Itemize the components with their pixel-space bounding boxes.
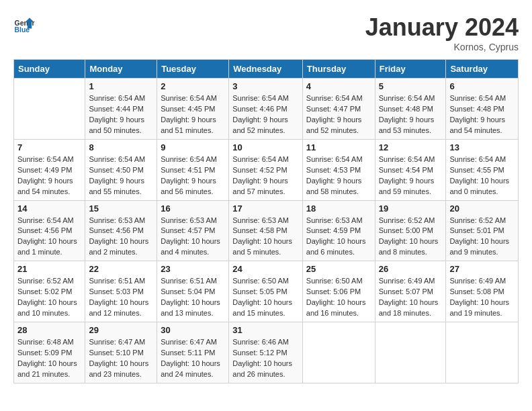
day-info: Sunrise: 6:47 AMSunset: 5:11 PMDaylight:… <box>161 337 225 380</box>
column-header-tuesday: Tuesday <box>157 60 229 79</box>
week-row-3: 14Sunrise: 6:54 AMSunset: 4:56 PMDayligh… <box>14 200 519 261</box>
day-info: Sunrise: 6:54 AMSunset: 4:55 PMDaylight:… <box>449 154 515 197</box>
calendar-cell: 28Sunrise: 6:48 AMSunset: 5:09 PMDayligh… <box>14 322 85 383</box>
calendar-cell: 10Sunrise: 6:54 AMSunset: 4:52 PMDayligh… <box>229 139 303 200</box>
calendar-cell: 3Sunrise: 6:54 AMSunset: 4:46 PMDaylight… <box>229 79 303 140</box>
day-number: 1 <box>89 81 153 91</box>
week-row-1: 1Sunrise: 6:54 AMSunset: 4:44 PMDaylight… <box>14 79 519 140</box>
day-number: 18 <box>306 203 371 214</box>
day-info: Sunrise: 6:54 AMSunset: 4:56 PMDaylight:… <box>17 216 81 259</box>
calendar-cell: 16Sunrise: 6:53 AMSunset: 4:57 PMDayligh… <box>157 200 229 261</box>
column-header-wednesday: Wednesday <box>229 60 303 79</box>
day-number: 11 <box>306 142 371 152</box>
calendar-cell: 29Sunrise: 6:47 AMSunset: 5:10 PMDayligh… <box>85 322 157 383</box>
day-info: Sunrise: 6:52 AMSunset: 5:00 PMDaylight:… <box>379 216 443 259</box>
day-info: Sunrise: 6:54 AMSunset: 4:50 PMDaylight:… <box>89 154 153 197</box>
day-number: 15 <box>89 203 153 214</box>
day-info: Sunrise: 6:54 AMSunset: 4:44 PMDaylight:… <box>89 93 153 136</box>
logo-icon: General Blue <box>13 13 35 35</box>
calendar-title: January 2024 <box>365 13 519 42</box>
calendar-cell <box>375 322 446 383</box>
day-number: 8 <box>89 142 153 152</box>
day-number: 30 <box>161 325 225 335</box>
day-info: Sunrise: 6:49 AMSunset: 5:07 PMDaylight:… <box>379 276 443 319</box>
day-info: Sunrise: 6:51 AMSunset: 5:03 PMDaylight:… <box>89 276 153 319</box>
day-number: 12 <box>379 142 443 152</box>
calendar-cell: 6Sunrise: 6:54 AMSunset: 4:48 PMDaylight… <box>446 79 519 140</box>
day-info: Sunrise: 6:53 AMSunset: 4:58 PMDaylight:… <box>232 216 299 259</box>
page-header: General Blue January 2024 Kornos, Cyprus <box>13 13 519 52</box>
day-info: Sunrise: 6:54 AMSunset: 4:53 PMDaylight:… <box>306 154 371 197</box>
column-header-monday: Monday <box>85 60 157 79</box>
calendar-body: 1Sunrise: 6:54 AMSunset: 4:44 PMDaylight… <box>14 79 519 383</box>
day-number: 23 <box>161 264 225 274</box>
calendar-cell: 22Sunrise: 6:51 AMSunset: 5:03 PMDayligh… <box>85 261 157 322</box>
calendar-cell <box>446 322 519 383</box>
day-info: Sunrise: 6:54 AMSunset: 4:49 PMDaylight:… <box>17 154 81 197</box>
week-row-2: 7Sunrise: 6:54 AMSunset: 4:49 PMDaylight… <box>14 139 519 200</box>
column-header-friday: Friday <box>375 60 446 79</box>
calendar-cell: 18Sunrise: 6:53 AMSunset: 4:59 PMDayligh… <box>302 200 375 261</box>
calendar-cell: 17Sunrise: 6:53 AMSunset: 4:58 PMDayligh… <box>229 200 303 261</box>
calendar-cell: 7Sunrise: 6:54 AMSunset: 4:49 PMDaylight… <box>14 139 85 200</box>
day-number: 29 <box>89 325 153 335</box>
calendar-subtitle: Kornos, Cyprus <box>365 42 519 52</box>
calendar-cell: 12Sunrise: 6:54 AMSunset: 4:54 PMDayligh… <box>375 139 446 200</box>
calendar-cell: 19Sunrise: 6:52 AMSunset: 5:00 PMDayligh… <box>375 200 446 261</box>
calendar-table: SundayMondayTuesdayWednesdayThursdayFrid… <box>13 59 519 383</box>
calendar-cell <box>14 79 85 140</box>
day-info: Sunrise: 6:54 AMSunset: 4:45 PMDaylight:… <box>161 93 225 136</box>
day-number: 24 <box>232 264 299 274</box>
week-row-4: 21Sunrise: 6:52 AMSunset: 5:02 PMDayligh… <box>14 261 519 322</box>
column-header-thursday: Thursday <box>302 60 375 79</box>
day-info: Sunrise: 6:53 AMSunset: 4:57 PMDaylight:… <box>161 216 225 259</box>
column-header-sunday: Sunday <box>14 60 85 79</box>
calendar-cell: 1Sunrise: 6:54 AMSunset: 4:44 PMDaylight… <box>85 79 157 140</box>
week-row-5: 28Sunrise: 6:48 AMSunset: 5:09 PMDayligh… <box>14 322 519 383</box>
day-number: 6 <box>449 81 515 91</box>
day-info: Sunrise: 6:46 AMSunset: 5:12 PMDaylight:… <box>232 337 299 380</box>
calendar-cell: 13Sunrise: 6:54 AMSunset: 4:55 PMDayligh… <box>446 139 519 200</box>
day-info: Sunrise: 6:50 AMSunset: 5:06 PMDaylight:… <box>306 276 371 319</box>
day-number: 13 <box>449 142 515 152</box>
calendar-cell: 25Sunrise: 6:50 AMSunset: 5:06 PMDayligh… <box>302 261 375 322</box>
day-number: 21 <box>17 264 81 274</box>
logo: General Blue <box>13 13 35 35</box>
day-number: 9 <box>161 142 225 152</box>
day-info: Sunrise: 6:47 AMSunset: 5:10 PMDaylight:… <box>89 337 153 380</box>
day-info: Sunrise: 6:53 AMSunset: 4:59 PMDaylight:… <box>306 216 371 259</box>
day-number: 17 <box>232 203 299 214</box>
day-number: 22 <box>89 264 153 274</box>
day-number: 5 <box>379 81 443 91</box>
day-info: Sunrise: 6:53 AMSunset: 4:56 PMDaylight:… <box>89 216 153 259</box>
day-number: 2 <box>161 81 225 91</box>
day-number: 14 <box>17 203 81 214</box>
day-info: Sunrise: 6:54 AMSunset: 4:46 PMDaylight:… <box>232 93 299 136</box>
calendar-cell: 30Sunrise: 6:47 AMSunset: 5:11 PMDayligh… <box>157 322 229 383</box>
column-header-saturday: Saturday <box>446 60 519 79</box>
calendar-cell: 8Sunrise: 6:54 AMSunset: 4:50 PMDaylight… <box>85 139 157 200</box>
calendar-cell: 24Sunrise: 6:50 AMSunset: 5:05 PMDayligh… <box>229 261 303 322</box>
day-info: Sunrise: 6:50 AMSunset: 5:05 PMDaylight:… <box>232 276 299 319</box>
day-number: 16 <box>161 203 225 214</box>
calendar-cell: 14Sunrise: 6:54 AMSunset: 4:56 PMDayligh… <box>14 200 85 261</box>
day-number: 7 <box>17 142 81 152</box>
calendar-cell <box>302 322 375 383</box>
calendar-cell: 5Sunrise: 6:54 AMSunset: 4:48 PMDaylight… <box>375 79 446 140</box>
calendar-cell: 4Sunrise: 6:54 AMSunset: 4:47 PMDaylight… <box>302 79 375 140</box>
day-info: Sunrise: 6:51 AMSunset: 5:04 PMDaylight:… <box>161 276 225 319</box>
day-info: Sunrise: 6:54 AMSunset: 4:48 PMDaylight:… <box>379 93 443 136</box>
day-info: Sunrise: 6:54 AMSunset: 4:47 PMDaylight:… <box>306 93 371 136</box>
calendar-cell: 15Sunrise: 6:53 AMSunset: 4:56 PMDayligh… <box>85 200 157 261</box>
day-number: 10 <box>232 142 299 152</box>
calendar-cell: 27Sunrise: 6:49 AMSunset: 5:08 PMDayligh… <box>446 261 519 322</box>
calendar-cell: 11Sunrise: 6:54 AMSunset: 4:53 PMDayligh… <box>302 139 375 200</box>
day-number: 20 <box>449 203 515 214</box>
day-info: Sunrise: 6:52 AMSunset: 5:02 PMDaylight:… <box>17 276 81 319</box>
day-number: 25 <box>306 264 371 274</box>
day-info: Sunrise: 6:54 AMSunset: 4:48 PMDaylight:… <box>449 93 515 136</box>
calendar-cell: 21Sunrise: 6:52 AMSunset: 5:02 PMDayligh… <box>14 261 85 322</box>
day-number: 28 <box>17 325 81 335</box>
calendar-cell: 20Sunrise: 6:52 AMSunset: 5:01 PMDayligh… <box>446 200 519 261</box>
calendar-cell: 9Sunrise: 6:54 AMSunset: 4:51 PMDaylight… <box>157 139 229 200</box>
